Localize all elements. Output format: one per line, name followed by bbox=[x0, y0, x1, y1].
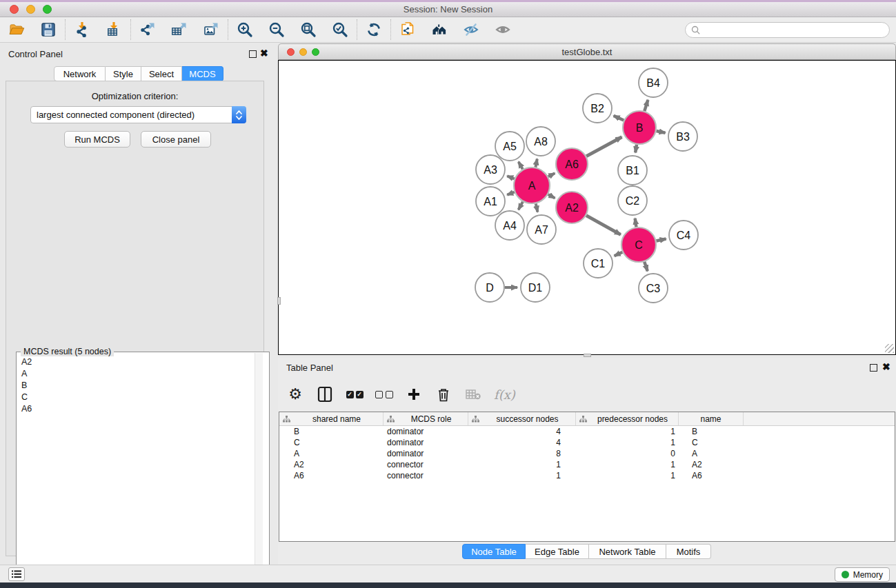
table-row[interactable]: Bdominator41B bbox=[279, 426, 895, 437]
result-item[interactable]: B bbox=[17, 380, 260, 392]
close-panel-icon[interactable]: ✖ bbox=[260, 50, 268, 57]
column-header-shared-name[interactable]: shared name bbox=[279, 412, 384, 425]
cell: 4 bbox=[468, 438, 576, 447]
table-settings-button[interactable]: ⚙ bbox=[286, 384, 304, 405]
zoom-fit-button[interactable] bbox=[299, 20, 318, 39]
tab-mcds[interactable]: MCDS bbox=[182, 66, 223, 81]
network-window-titlebar[interactable]: testGlobe.txt bbox=[278, 43, 896, 60]
app-titlebar[interactable]: Session: New Session bbox=[0, 2, 896, 17]
edge-A-A4[interactable] bbox=[519, 202, 523, 210]
new-network-from-selection-button[interactable] bbox=[398, 20, 417, 39]
tab-style[interactable]: Style bbox=[106, 66, 141, 81]
import-network-button[interactable] bbox=[72, 20, 92, 39]
tab-select[interactable]: Select bbox=[141, 66, 182, 81]
node-table[interactable]: shared name MCDS role successor nodes pr… bbox=[279, 412, 895, 542]
optimization-criterion-select[interactable]: largest connected component (directed) bbox=[30, 106, 246, 123]
close-window-button[interactable] bbox=[10, 5, 19, 14]
select-all-button[interactable]: ✓✓ bbox=[346, 384, 364, 405]
result-item[interactable]: A2 bbox=[17, 356, 260, 368]
network-graph[interactable]: B4B2BB3A5A8A6A3B1AA1C2A2A4A7C4CC1C3DD1 bbox=[279, 61, 895, 354]
optimization-criterion-label: Optimization criterion: bbox=[6, 91, 263, 101]
column-header-successor-nodes[interactable]: successor nodes bbox=[468, 412, 576, 425]
export-network-button[interactable] bbox=[138, 20, 157, 39]
close-table-panel-icon[interactable]: ✖ bbox=[882, 363, 890, 371]
minimize-window-button[interactable] bbox=[26, 5, 35, 14]
add-column-button[interactable] bbox=[405, 384, 423, 405]
table-row[interactable]: A6connector11A6 bbox=[279, 470, 895, 481]
edge-C-C1[interactable] bbox=[615, 252, 623, 256]
column-label: successor nodes bbox=[479, 414, 575, 424]
houses-button[interactable] bbox=[430, 20, 449, 39]
network-canvas[interactable]: B4B2BB3A5A8A6A3B1AA1C2A2A4A7C4CC1C3DD1 bbox=[278, 60, 896, 355]
save-session-button[interactable] bbox=[39, 20, 58, 39]
edge-C-C2[interactable] bbox=[635, 219, 637, 227]
zoom-selected-button[interactable] bbox=[330, 20, 350, 39]
edge-B-B1[interactable] bbox=[635, 145, 637, 153]
minimize-network-window-button[interactable] bbox=[299, 48, 307, 56]
float-panel-icon[interactable] bbox=[249, 50, 257, 58]
edge-A-A5[interactable] bbox=[519, 162, 523, 170]
hide-selected-button[interactable] bbox=[461, 20, 481, 39]
node-label-C: C bbox=[635, 239, 643, 251]
search-input[interactable] bbox=[704, 26, 884, 35]
show-all-button[interactable] bbox=[493, 20, 512, 39]
edge-B-B3[interactable] bbox=[656, 131, 665, 133]
delete-columns-button[interactable] bbox=[435, 384, 452, 405]
run-mcds-button[interactable]: Run MCDS bbox=[64, 131, 130, 148]
table-row[interactable]: Cdominator41C bbox=[279, 437, 895, 448]
deselect-all-icon bbox=[375, 391, 393, 398]
resize-grip-icon[interactable] bbox=[885, 344, 894, 353]
tab-edge-table[interactable]: Edge Table bbox=[526, 544, 589, 559]
search-box[interactable] bbox=[685, 22, 890, 38]
column-header-MCDS-role[interactable]: MCDS role bbox=[384, 412, 468, 425]
maximize-window-button[interactable] bbox=[43, 5, 52, 14]
edge-A-A3[interactable] bbox=[507, 176, 515, 179]
edge-B-B2[interactable] bbox=[614, 116, 624, 121]
refresh-network-button[interactable] bbox=[364, 20, 384, 39]
split-panel-button[interactable] bbox=[316, 384, 334, 405]
deselect-all-button[interactable] bbox=[375, 384, 393, 405]
result-item[interactable]: A bbox=[17, 368, 260, 380]
edge-A-A8[interactable] bbox=[535, 159, 537, 167]
zoom-in-button[interactable] bbox=[235, 20, 255, 39]
float-table-panel-icon[interactable] bbox=[870, 364, 877, 372]
frame-grip-left[interactable] bbox=[277, 297, 281, 305]
tab-motifs[interactable]: Motifs bbox=[666, 544, 711, 559]
open-file-button[interactable] bbox=[7, 20, 26, 39]
table-panel-title: Table Panel bbox=[286, 363, 333, 373]
table-row[interactable]: A2connector11A2 bbox=[279, 459, 895, 470]
close-panel-button[interactable]: Close panel bbox=[141, 131, 211, 148]
tab-network[interactable]: Network bbox=[54, 66, 106, 81]
memory-button[interactable]: Memory bbox=[835, 567, 890, 582]
edge-A-A7[interactable] bbox=[536, 203, 538, 212]
search-icon bbox=[691, 26, 700, 34]
result-item[interactable]: A6 bbox=[17, 403, 260, 415]
table-row[interactable]: Adominator80A bbox=[279, 448, 895, 459]
frame-grip-bottom[interactable] bbox=[584, 354, 591, 357]
edge-A-A6[interactable] bbox=[548, 173, 555, 176]
zoom-out-button[interactable] bbox=[267, 20, 286, 39]
export-table-button[interactable] bbox=[170, 20, 189, 39]
edge-C-C3[interactable] bbox=[644, 262, 648, 272]
edge-A6-B[interactable] bbox=[586, 137, 621, 156]
mcds-result-list[interactable]: A2ABCA6 bbox=[17, 356, 260, 588]
edge-A-A2[interactable] bbox=[548, 194, 555, 198]
import-table-icon bbox=[106, 21, 122, 38]
result-item[interactable]: C bbox=[17, 392, 260, 403]
tab-network-table[interactable]: Network Table bbox=[589, 544, 666, 559]
export-image-button[interactable] bbox=[201, 20, 221, 39]
edge-C-C4[interactable] bbox=[656, 239, 666, 241]
zoom-out-icon bbox=[268, 21, 285, 38]
edge-B-B4[interactable] bbox=[644, 100, 648, 111]
tab-node-table[interactable]: Node Table bbox=[462, 544, 526, 559]
edge-A2-C[interactable] bbox=[586, 216, 621, 235]
task-history-button[interactable] bbox=[8, 567, 25, 581]
table-panel: Table Panel ✖ ⚙✓✓ f(x) shared name MCDS … bbox=[278, 358, 896, 565]
column-header-predecessor-nodes[interactable]: predecessor nodes bbox=[576, 412, 679, 425]
close-network-window-button[interactable] bbox=[287, 48, 295, 56]
edge-A-A1[interactable] bbox=[507, 192, 515, 195]
import-table-button[interactable] bbox=[104, 20, 123, 39]
result-scrollbar[interactable] bbox=[255, 353, 263, 588]
column-header-name[interactable]: name bbox=[679, 412, 744, 425]
maximize-network-window-button[interactable] bbox=[312, 48, 319, 56]
